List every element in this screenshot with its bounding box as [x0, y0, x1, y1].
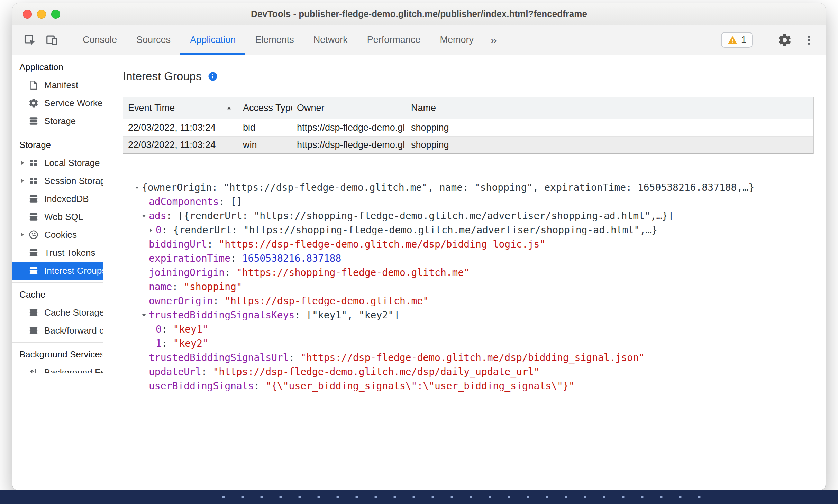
settings-gear-icon[interactable] — [775, 30, 794, 50]
sidebar-section-storage: StorageLocal StorageSession StorageIndex… — [12, 133, 103, 280]
warning-icon — [727, 35, 738, 45]
column-header-name[interactable]: Name — [406, 97, 814, 119]
sidebar-item-back-forward-cache[interactable]: Back/forward cache — [12, 321, 103, 339]
sidebar-item-label: Storage — [44, 116, 76, 127]
json-string-segment: "key1" — [173, 324, 208, 335]
interest-groups-table: Event TimeAccess TypeOwnerName 22/03/202… — [123, 97, 814, 154]
zoom-button[interactable] — [51, 10, 60, 19]
json-plain-segment: : [] — [219, 196, 242, 207]
table-cell: https://dsp-fledge-demo.gl… — [292, 119, 406, 137]
sidebar-item-storage[interactable]: Storage — [12, 112, 103, 130]
expand-arrow-icon[interactable] — [17, 178, 28, 184]
info-icon[interactable] — [208, 71, 218, 82]
table-cell: shopping — [406, 137, 814, 154]
cookie-icon — [28, 229, 39, 241]
sidebar-section-title: Cache — [12, 286, 103, 304]
sidebar-item-label: Local Storage — [44, 158, 100, 168]
column-header-owner[interactable]: Owner — [292, 97, 406, 119]
sidebar-item-label: Service Workers — [44, 98, 103, 109]
sidebar-item-cookies[interactable]: Cookies — [12, 226, 103, 244]
json-string-segment: "{\"user_bidding_signals\":\"user_biddin… — [265, 380, 574, 392]
json-number-segment: 1650538216.837188 — [242, 253, 341, 264]
expand-arrow-icon[interactable] — [17, 160, 28, 166]
json-tree-line: joiningOrigin: "https://shopping-fledge-… — [134, 265, 826, 280]
sidebar-item-background-fetch[interactable]: Background Fetch — [12, 363, 103, 373]
table-row[interactable]: 22/03/2022, 11:03:24winhttps://dsp-fledg… — [123, 137, 814, 154]
json-plain-segment: : [{renderUrl: "https://shopping-fledge-… — [166, 210, 674, 222]
collapse-arrow-icon[interactable] — [134, 185, 142, 190]
expand-arrow-icon[interactable] — [148, 227, 156, 233]
sidebar-item-web-sql[interactable]: Web SQL — [12, 208, 103, 226]
json-tree-line: adComponents: [] — [134, 195, 826, 209]
sidebar-item-label: Trust Tokens — [44, 248, 95, 258]
more-options-button[interactable] — [802, 30, 816, 50]
json-key-segment: ads — [149, 210, 166, 222]
json-string-segment: "https://dsp-fledge-demo.glitch.me/dsp/b… — [219, 239, 545, 250]
sidebar-item-label: Cache Storage — [44, 307, 103, 318]
database-icon — [28, 115, 39, 127]
column-header-label: Event Time — [128, 103, 175, 113]
json-tree-line: 0: {renderUrl: "https://shopping-fledge-… — [134, 223, 826, 237]
minimize-button[interactable] — [37, 10, 46, 19]
sidebar-item-label: Interest Groups — [44, 265, 103, 276]
gear-icon — [28, 97, 39, 109]
json-tree-line: 0: "key1" — [134, 322, 826, 336]
sort-ascending-icon — [225, 104, 233, 112]
json-key-segment: adComponents — [149, 196, 219, 207]
json-tree-line: trustedBiddingSignalsUrl: "https://dsp-f… — [134, 351, 826, 365]
more-tabs-button[interactable]: » — [483, 25, 504, 55]
sidebar-item-label: Back/forward cache — [44, 325, 103, 336]
sidebar-section-application: ApplicationManifestService WorkersStorag… — [12, 58, 103, 130]
column-header-label: Name — [411, 103, 436, 113]
json-plain-segment: : — [201, 366, 213, 377]
sidebar-item-service-workers[interactable]: Service Workers — [12, 94, 103, 112]
table-cell: 22/03/2022, 11:03:24 — [123, 119, 238, 137]
sidebar-item-label: Cookies — [44, 230, 77, 240]
device-toolbar-button[interactable] — [42, 30, 62, 50]
json-tree-line: ads: [{renderUrl: "https://shopping-fled… — [134, 209, 826, 223]
sidebar-item-local-storage[interactable]: Local Storage — [12, 154, 103, 172]
column-header-event-time[interactable]: Event Time — [123, 97, 238, 119]
sidebar-sections: ApplicationManifestService WorkersStorag… — [12, 55, 103, 373]
sidebar-item-cache-storage[interactable]: Cache Storage — [12, 304, 103, 321]
json-plain-segment: : ["key1", "key2"] — [294, 309, 399, 321]
tab-application[interactable]: Application — [180, 25, 245, 55]
expand-arrow-icon[interactable] — [17, 232, 28, 237]
sidebar-item-session-storage[interactable]: Session Storage — [12, 172, 103, 190]
table-row[interactable]: 22/03/2022, 11:03:24bidhttps://dsp-fledg… — [123, 119, 814, 137]
tab-elements[interactable]: Elements — [245, 25, 304, 55]
close-button[interactable] — [23, 10, 32, 19]
json-tree-line: 1: "key2" — [134, 336, 826, 351]
tab-network[interactable]: Network — [304, 25, 357, 55]
sidebar-item-trust-tokens[interactable]: Trust Tokens — [12, 244, 103, 262]
column-header-access-type[interactable]: Access Type — [238, 97, 292, 119]
json-key-segment: trustedBiddingSignalsUrl — [149, 352, 289, 363]
issues-badge[interactable]: 1 — [721, 32, 753, 48]
issues-count: 1 — [741, 35, 746, 45]
tab-memory[interactable]: Memory — [430, 25, 483, 55]
sidebar-item-label: Session Storage — [44, 176, 103, 186]
tab-console[interactable]: Console — [73, 25, 127, 55]
database-icon — [28, 325, 39, 336]
json-key-segment: updateUrl — [149, 366, 201, 377]
table-cell: win — [238, 137, 292, 154]
panel-tabs: ConsoleSourcesApplicationElementsNetwork… — [73, 25, 483, 55]
sidebar-item-indexeddb[interactable]: IndexedDB — [12, 190, 103, 208]
table-body: 22/03/2022, 11:03:24bidhttps://dsp-fledg… — [123, 119, 814, 154]
json-key-segment: joiningOrigin — [149, 267, 225, 278]
database-icon — [28, 307, 39, 318]
sidebar-item-label: Background Fetch — [44, 367, 103, 374]
details-split-divider[interactable] — [103, 172, 826, 172]
background-page-strip — [0, 490, 838, 504]
inspect-element-button[interactable] — [20, 30, 39, 50]
tab-performance[interactable]: Performance — [357, 25, 430, 55]
collapse-arrow-icon[interactable] — [141, 213, 149, 219]
table-cell: shopping — [406, 119, 814, 137]
json-key-segment: ownerOrigin — [149, 295, 213, 307]
sidebar-item-manifest[interactable]: Manifest — [12, 76, 103, 94]
sidebar-item-interest-groups[interactable]: Interest Groups — [12, 262, 103, 280]
tab-sources[interactable]: Sources — [127, 25, 180, 55]
json-plain-segment: : — [162, 338, 173, 349]
json-key-segment: trustedBiddingSignalsKeys — [149, 309, 294, 321]
collapse-arrow-icon[interactable] — [141, 312, 149, 318]
